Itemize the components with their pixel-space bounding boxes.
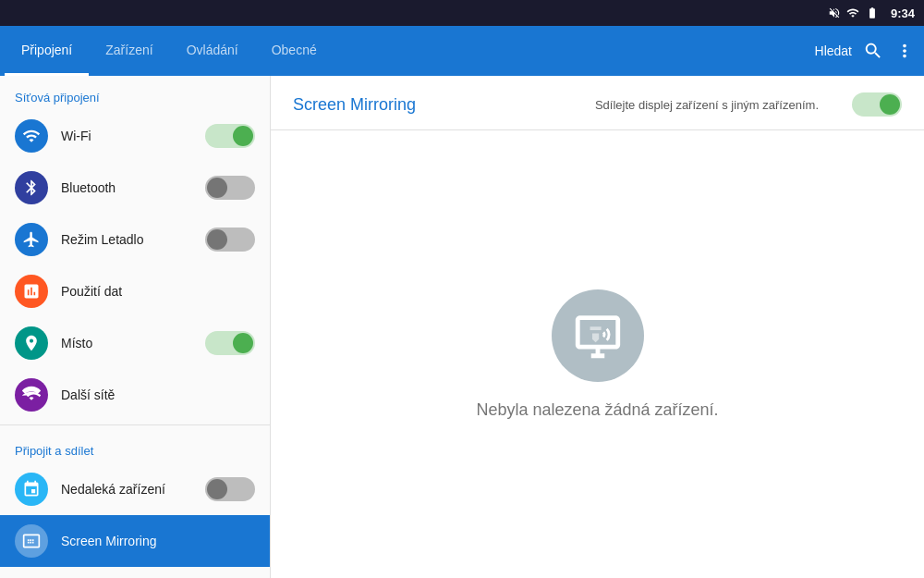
content-header: Screen Mirroring Sdílejte displej zaříze… xyxy=(271,76,924,130)
airplane-toggle[interactable] xyxy=(205,228,255,252)
empty-state-icon-circle xyxy=(552,289,644,382)
content-title: Screen Mirroring xyxy=(293,95,416,115)
tab-list: Připojení Zařízení Ovládání Obecné xyxy=(0,26,815,76)
location-toggle[interactable] xyxy=(205,331,255,355)
wifi-icon xyxy=(15,119,48,153)
tab-ovladani[interactable]: Ovládání xyxy=(170,26,255,76)
sidebar-item-airplane[interactable]: Režim Letadlo xyxy=(0,214,270,265)
screen-mirroring-toggle[interactable] xyxy=(852,92,902,117)
airplane-label: Režim Letadlo xyxy=(61,232,205,247)
tab-obecne[interactable]: Obecné xyxy=(255,26,334,76)
search-icon[interactable] xyxy=(863,41,883,61)
top-bar: Připojení Zařízení Ovládání Obecné Hleda… xyxy=(0,26,924,76)
top-bar-actions: Hledat xyxy=(815,41,924,61)
screen-mirroring-sidebar-icon xyxy=(15,524,48,558)
battery-status-icon xyxy=(865,6,880,19)
sidebar: Síťová připojení Wi-Fi Bluetooth xyxy=(0,76,271,578)
empty-state-text: Nebyla nalezena žádná zařízení. xyxy=(476,400,718,420)
location-label: Místo xyxy=(61,336,205,350)
status-time: 9:34 xyxy=(891,6,915,20)
wifi-label: Wi-Fi xyxy=(61,129,205,143)
main-layout: Síťová připojení Wi-Fi Bluetooth xyxy=(0,76,924,578)
airplane-icon xyxy=(15,223,48,256)
section-title-share: Připojit a sdílet xyxy=(0,429,270,463)
nearby-icon xyxy=(15,473,48,506)
tab-pripojeni[interactable]: Připojení xyxy=(5,26,89,76)
sidebar-item-other-networks[interactable]: Další sítě xyxy=(0,369,270,421)
sidebar-item-screen-mirroring[interactable]: Screen Mirroring xyxy=(0,515,270,567)
sidebar-item-data[interactable]: Použití dat xyxy=(0,265,270,317)
sidebar-divider xyxy=(0,424,270,425)
screen-mirror-icon xyxy=(571,309,625,363)
sidebar-item-wifi[interactable]: Wi-Fi xyxy=(0,110,270,162)
search-label: Hledat xyxy=(815,43,852,58)
tab-zarizeni[interactable]: Zařízení xyxy=(89,26,169,76)
data-label: Použití dat xyxy=(61,284,255,299)
content-body: Nebyla nalezena žádná zařízení. xyxy=(271,130,924,578)
sidebar-item-nearby[interactable]: Nedaleká zařízení xyxy=(0,463,270,515)
bluetooth-icon xyxy=(15,171,48,204)
location-icon xyxy=(15,326,48,360)
section-title-network: Síťová připojení xyxy=(0,76,270,110)
mute-icon xyxy=(828,6,841,19)
sidebar-item-bluetooth[interactable]: Bluetooth xyxy=(0,162,270,214)
data-usage-icon xyxy=(15,275,48,308)
nearby-label: Nedaleká zařízení xyxy=(61,482,205,497)
content-header-right: Sdílejte displej zařízení s jiným zaříze… xyxy=(595,92,902,117)
wifi-toggle[interactable] xyxy=(205,124,255,148)
other-networks-icon xyxy=(15,378,48,412)
screen-mirroring-label: Screen Mirroring xyxy=(61,534,255,548)
content-description: Sdílejte displej zařízení s jiným zaříze… xyxy=(595,98,819,112)
more-icon[interactable] xyxy=(894,41,915,61)
bluetooth-label: Bluetooth xyxy=(61,180,205,195)
other-networks-label: Další sítě xyxy=(61,387,255,402)
sidebar-item-location[interactable]: Místo xyxy=(0,317,270,369)
bluetooth-toggle[interactable] xyxy=(205,176,255,200)
status-icons: 9:34 xyxy=(828,6,915,20)
wifi-status-icon xyxy=(846,6,859,19)
status-bar: 9:34 xyxy=(0,0,924,26)
content-panel: Screen Mirroring Sdílejte displej zaříze… xyxy=(271,76,924,578)
nearby-toggle[interactable] xyxy=(205,477,255,501)
